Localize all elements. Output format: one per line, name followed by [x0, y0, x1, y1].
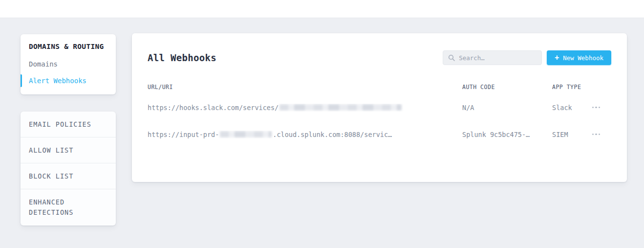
sidebar-section[interactable]: ALLOW LIST	[21, 137, 116, 163]
new-webhook-button-label: New Webhook	[563, 54, 603, 62]
column-header-url: URL/URI	[148, 84, 462, 90]
column-header-auth-code: AUTH CODE	[462, 84, 552, 90]
redacted-blur-segment	[220, 131, 272, 137]
plus-icon: +	[555, 54, 559, 62]
sidebar-sections-card: EMAIL POLICIES ALLOW LIST BLOCK LIST ENH…	[21, 112, 116, 225]
domains-routing-card: DOMAINS & ROUTING Domains Alert Webhooks	[21, 34, 116, 94]
sidebar-section[interactable]: EMAIL POLICIES	[21, 112, 116, 137]
url-cell: https://hooks.slack.com/services/	[148, 104, 462, 112]
sidebar-section[interactable]: BLOCK LIST	[21, 163, 116, 189]
url-suffix: .cloud.splunk.com:8088/servic…	[273, 131, 392, 138]
new-webhook-button[interactable]: + New Webhook	[547, 50, 611, 65]
webhooks-table: URL/URI AUTH CODE APP TYPE https://hooks…	[148, 80, 611, 148]
url-cell: https://input-prd- .cloud.splunk.com:808…	[148, 131, 462, 138]
webhooks-panel: All Webhooks + New Webhook URL/URI AUTH …	[132, 33, 627, 182]
sidebar-section-label: ALLOW LIST	[29, 145, 73, 156]
sidebar-item[interactable]: Alert Webhooks	[21, 72, 116, 89]
redacted-blur-segment	[279, 104, 402, 111]
page-title: All Webhooks	[148, 52, 216, 63]
sidebar-item-label: Domains	[29, 60, 58, 68]
app-type-cell: SIEM	[552, 131, 589, 138]
app-type-cell: Slack	[552, 104, 589, 112]
sidebar-section[interactable]: ENHANCED DETECTIONS	[21, 189, 116, 225]
table-header-row: URL/URI AUTH CODE APP TYPE	[148, 80, 611, 94]
sidebar-section-label: EMAIL POLICIES	[29, 119, 91, 130]
top-nav-bar	[0, 0, 644, 18]
search-input[interactable]	[459, 54, 537, 62]
table-row: https://input-prd- .cloud.splunk.com:808…	[132, 121, 627, 148]
sidebar-nav-list: Domains Alert Webhooks	[21, 56, 116, 89]
sidebar-section-label: BLOCK LIST	[29, 171, 73, 181]
url-prefix: https://hooks.slack.com/services/	[148, 104, 279, 112]
auth-code-cell: Splunk 9c5bc475-…	[462, 131, 552, 138]
sidebar-heading-domains-routing: DOMAINS & ROUTING	[21, 43, 116, 50]
active-indicator-bar	[21, 74, 22, 87]
sidebar-section-label: ENHANCED DETECTIONS	[29, 197, 107, 218]
table-body: https://hooks.slack.com/services/ N/A Sl…	[148, 94, 611, 148]
search-icon	[448, 54, 455, 61]
sidebar-item-label: Alert Webhooks	[29, 77, 86, 85]
row-menu-ellipsis-icon[interactable]	[589, 103, 603, 113]
row-menu-ellipsis-icon[interactable]	[589, 130, 603, 139]
toolbar: All Webhooks + New Webhook	[148, 50, 611, 65]
column-header-app-type: APP TYPE	[552, 84, 589, 90]
table-row: https://hooks.slack.com/services/ N/A Sl…	[132, 94, 627, 121]
tab-bar	[0, 0, 644, 18]
url-prefix: https://input-prd-	[148, 131, 219, 138]
auth-code-cell: N/A	[462, 104, 552, 112]
sidebar-item[interactable]: Domains	[21, 56, 116, 72]
search-box[interactable]	[443, 50, 542, 65]
